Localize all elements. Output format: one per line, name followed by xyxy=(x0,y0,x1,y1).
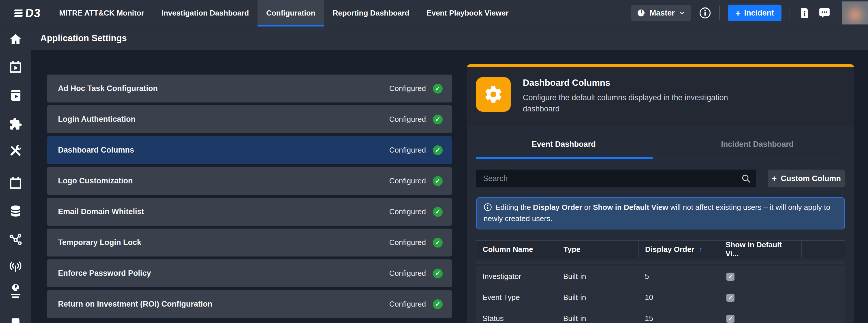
sidebar-icon-utility-tools[interactable] xyxy=(9,144,22,157)
plus-icon: + xyxy=(735,8,741,17)
setting-row-email-domain-whitelist[interactable]: Email Domain Whitelist Configured xyxy=(47,198,452,226)
panel-accent-bar xyxy=(467,64,854,67)
status-text: Configured xyxy=(389,176,426,185)
setting-label: Login Authentication xyxy=(58,115,135,124)
columns-table: Column NameTypeDisplay Order↑Show in Def… xyxy=(476,240,845,323)
table-header: Column NameTypeDisplay Order↑Show in Def… xyxy=(476,240,845,258)
sidebar xyxy=(0,26,31,323)
setting-row-dashboard-columns[interactable]: Dashboard Columns Configured xyxy=(47,136,452,164)
divider xyxy=(789,6,790,20)
sidebar-icon-scheduled-playbook[interactable] xyxy=(9,61,22,74)
site-selector-button[interactable]: Master xyxy=(631,5,691,21)
column-header-display-order[interactable]: Display Order↑ xyxy=(639,241,719,258)
sidebar-icon-integrations[interactable] xyxy=(9,117,22,131)
column-header-empty[interactable] xyxy=(802,241,845,258)
panel-description: Configure the default columns displayed … xyxy=(523,92,753,115)
custom-column-label: Custom Column xyxy=(781,174,841,183)
setting-row-ad-hoc-task-configuration[interactable]: Ad Hoc Task Configuration Configured xyxy=(47,75,452,103)
banner-segment: Show in Default View xyxy=(593,203,668,212)
nav-item-label: Investigation Dashboard xyxy=(161,9,249,17)
cell-display-order: 5 xyxy=(639,272,719,281)
table-row-status: Status Built-in 15 xyxy=(476,308,845,323)
setting-row-login-authentication[interactable]: Login Authentication Configured xyxy=(47,105,452,133)
gear-icon xyxy=(484,85,503,104)
nav-item-label: Event Playbook Viewer xyxy=(427,9,508,17)
settings-tile xyxy=(476,77,511,112)
tab-incident-dashboard[interactable]: Incident Dashboard xyxy=(661,136,855,157)
setting-status: Configured xyxy=(389,299,443,309)
cell-show-in-default-view xyxy=(719,294,801,302)
detail-panel: Dashboard Columns Configure the default … xyxy=(467,64,854,323)
table-row-event-type: Event Type Built-in 10 xyxy=(476,287,845,308)
status-text: Configured xyxy=(389,146,426,154)
nav-item-label: Reporting Dashboard xyxy=(333,9,409,17)
info-icon[interactable] xyxy=(699,7,711,19)
release-notes-icon[interactable] xyxy=(798,7,810,19)
nav-item-configuration[interactable]: Configuration xyxy=(257,0,324,26)
content: Ad Hoc Task Configuration Configured Log… xyxy=(31,50,868,323)
nav-item-reporting-dashboard[interactable]: Reporting Dashboard xyxy=(324,0,418,26)
nav-item-label: Configuration xyxy=(266,9,315,17)
nav-item-event-playbook-viewer[interactable]: Event Playbook Viewer xyxy=(418,0,517,26)
show-in-default-view-checkbox[interactable] xyxy=(726,294,735,302)
nav-item-mitre-att-ck-monitor[interactable]: MITRE ATT&CK Monitor xyxy=(51,0,153,26)
column-header-type[interactable]: Type xyxy=(557,241,639,258)
show-in-default-view-checkbox[interactable] xyxy=(726,273,735,281)
nav-item-investigation-dashboard[interactable]: Investigation Dashboard xyxy=(153,0,257,26)
sidebar-icon-data-management[interactable] xyxy=(9,204,22,218)
new-incident-button[interactable]: + Incident xyxy=(728,5,781,21)
tab-event-dashboard[interactable]: Event Dashboard xyxy=(467,136,661,157)
column-header-column-name[interactable]: Column Name xyxy=(476,241,557,258)
tab-underline xyxy=(476,157,845,159)
status-text: Configured xyxy=(389,207,426,216)
panel-tabs: Event DashboardIncident Dashboard xyxy=(467,126,854,157)
info-banner: Editing the Display Order or Show in Def… xyxy=(476,197,845,229)
setting-row-logo-customization[interactable]: Logo Customization Configured xyxy=(47,167,452,195)
column-header-label: Display Order xyxy=(645,245,694,254)
table-body: Investigator Built-in 5 Event Type Built… xyxy=(476,266,845,323)
cell-show-in-default-view xyxy=(719,315,801,323)
sidebar-icon-broadcast[interactable] xyxy=(9,260,22,273)
site-selector-label: Master xyxy=(650,9,675,17)
setting-status: Configured xyxy=(389,176,443,186)
plus-icon: + xyxy=(772,174,777,183)
cell-column-name: Status xyxy=(476,314,557,323)
column-header-label: Show in Default Vi... xyxy=(725,240,795,258)
chat-icon[interactable] xyxy=(818,7,831,19)
avatar[interactable] xyxy=(842,1,868,25)
sidebar-icon-clipped-bottom[interactable] xyxy=(9,316,22,323)
setting-row-return-on-investment-roi-configuration[interactable]: Return on Investment (ROI) Configuration… xyxy=(47,290,452,318)
sidebar-icon-calendar[interactable] xyxy=(9,176,22,190)
setting-label: Dashboard Columns xyxy=(58,146,134,154)
divider xyxy=(719,6,720,20)
custom-column-button[interactable]: + Custom Column xyxy=(768,170,845,187)
status-text: Configured xyxy=(389,115,426,124)
nav-item-label: MITRE ATT&CK Monitor xyxy=(59,9,144,17)
active-tab-indicator xyxy=(476,157,653,159)
cell-column-name: Event Type xyxy=(476,293,557,302)
logo-text: D3 xyxy=(25,7,41,20)
show-in-default-view-checkbox[interactable] xyxy=(726,315,735,323)
setting-row-enforce-password-policy[interactable]: Enforce Password Policy Configured xyxy=(47,259,452,287)
search-box xyxy=(476,170,756,187)
setting-status: Configured xyxy=(389,84,443,94)
settings-list: Ad Hoc Task Configuration Configured Log… xyxy=(47,75,452,321)
setting-label: Temporary Login Lock xyxy=(58,238,141,247)
search-input[interactable] xyxy=(476,170,756,187)
main-nav: MITRE ATT&CK MonitorInvestigation Dashbo… xyxy=(51,0,517,26)
d3-logo[interactable]: D3 xyxy=(0,0,51,26)
column-header-show-in-default-vi-[interactable]: Show in Default Vi... xyxy=(719,241,802,258)
sidebar-icon-language[interactable] xyxy=(9,283,22,298)
panel-header: Dashboard Columns Configure the default … xyxy=(467,67,854,126)
column-header-label: Column Name xyxy=(483,245,533,254)
app-root: D3 MITRE ATT&CK MonitorInvestigation Das… xyxy=(0,0,868,323)
panel-toolbar: + Custom Column xyxy=(476,170,845,187)
globe-icon xyxy=(637,8,646,17)
search-icon[interactable] xyxy=(741,174,751,183)
setting-row-temporary-login-lock[interactable]: Temporary Login Lock Configured xyxy=(47,228,452,256)
cell-type: Built-in xyxy=(557,272,639,281)
sidebar-icon-playbook-library[interactable] xyxy=(9,89,22,102)
sidebar-icon-home[interactable] xyxy=(9,33,22,46)
sidebar-icon-link-analysis[interactable] xyxy=(9,233,22,246)
sort-ascending-icon: ↑ xyxy=(699,245,703,254)
